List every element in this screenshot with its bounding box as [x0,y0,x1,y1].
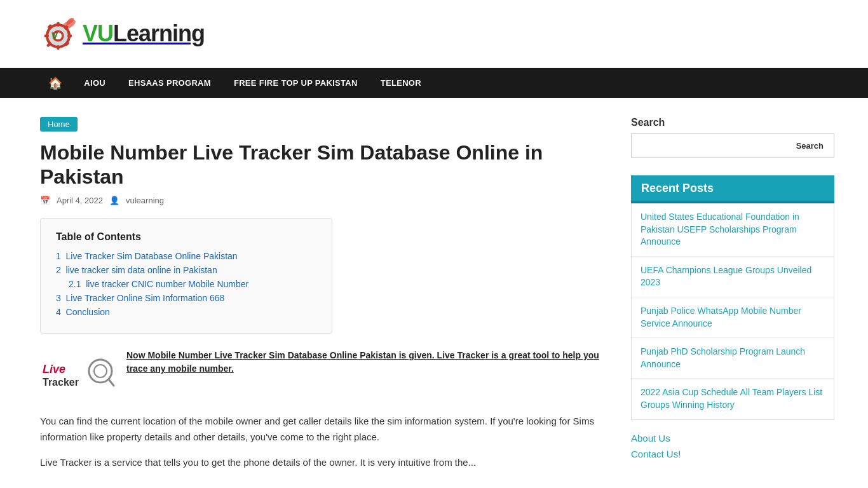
svg-text:Tracker: Tracker [43,377,79,388]
article-para-2: Live Tracker is a service that tells you… [40,454,606,471]
live-tracker-image: Live Tracker [40,349,116,402]
recent-post-link-1[interactable]: United States Educational Foundation in … [641,212,799,247]
about-us-link[interactable]: About Us [631,433,834,444]
article-image-caption: Now Mobile Number Live Tracker Sim Datab… [126,349,606,376]
article-meta: 📅 April 4, 2022 👤 vulearning [40,196,606,205]
toc-item-3: 3 Live Tracker Online Sim Information 66… [56,292,316,303]
search-button[interactable]: Search [786,133,834,158]
svg-rect-9 [67,34,72,37]
main-nav: 🏠 AIOU EHSAAS PROGRAM FREE FIRE TOP UP P… [0,68,868,98]
search-input[interactable] [631,133,786,158]
svg-point-18 [94,365,107,377]
toc-link-2-1[interactable]: 2.1 live tracker CNIC number Mobile Numb… [69,279,248,289]
toc-link-1[interactable]: 1 Live Tracker Sim Database Online Pakis… [56,251,238,261]
toc-list: 1 Live Tracker Sim Database Online Pakis… [56,250,316,317]
table-of-contents: Table of Contents 1 Live Tracker Sim Dat… [40,218,332,334]
list-item: Punjab Police WhatsApp Mobile Number Ser… [632,297,834,338]
search-label: Search [631,117,834,128]
sidebar-search-widget: Search Search [631,117,834,158]
toc-item-2: 2 live tracker sim data online in Pakist… [56,264,316,275]
user-icon: 👤 [109,196,119,205]
toc-link-4[interactable]: 4 Conclusion [56,307,110,317]
toc-item-2-1: 2.1 live tracker CNIC number Mobile Numb… [69,278,316,289]
nav-ehsaas[interactable]: EHSAAS PROGRAM [117,68,222,98]
sidebar: Search Search Recent Posts United States… [631,117,834,479]
svg-rect-6 [57,22,59,27]
toc-link-3[interactable]: 3 Live Tracker Online Sim Information 66… [56,293,224,303]
recent-posts-title: Recent Posts [631,175,834,203]
toc-item-1: 1 Live Tracker Sim Database Online Pakis… [56,250,316,261]
nav-aiou[interactable]: AIOU [72,68,117,98]
article-image-row: Live Tracker Now Mobile Number Live Trac… [40,349,606,402]
svg-line-19 [109,379,114,386]
recent-posts-widget: Recent Posts United States Educational F… [631,175,834,420]
nav-telenor[interactable]: TELENOR [369,68,433,98]
nav-freefire[interactable]: FREE FIRE TOP UP PAKISTAN [222,68,369,98]
contact-us-link[interactable]: Contact Us! [631,449,834,459]
recent-post-link-3[interactable]: Punjab Police WhatsApp Mobile Number Ser… [641,306,801,329]
toc-link-2[interactable]: 2 live tracker sim data online in Pakist… [56,265,217,275]
toc-item-4: 4 Conclusion [56,306,316,317]
toc-title: Table of Contents [56,231,316,243]
logo: V VULearning [38,11,205,56]
article-para-1: You can find the current location of the… [40,413,606,445]
recent-post-link-4[interactable]: Punjab PhD Scholarship Program Launch An… [641,346,805,369]
recent-post-link-2[interactable]: UEFA Champions League Groups Unveiled 20… [641,265,811,288]
logo-text: VULearning [83,20,205,47]
list-item: Punjab PhD Scholarship Program Launch An… [632,338,834,379]
article-body: You can find the current location of the… [40,413,606,471]
svg-text:Live: Live [43,363,65,376]
recent-post-link-5[interactable]: 2022 Asia Cup Schedule All Team Players … [641,387,822,410]
svg-rect-8 [44,34,49,37]
breadcrumb[interactable]: Home [40,117,78,132]
article-author: vulearning [126,196,164,205]
logo-gear-icon: V [38,11,83,56]
recent-posts-list: United States Educational Foundation in … [631,203,834,420]
article-date: April 4, 2022 [57,196,103,205]
site-header: V VULearning [0,0,868,68]
main-layout: Home Mobile Number Live Tracker Sim Data… [15,98,853,488]
nav-home[interactable]: 🏠 [38,69,72,98]
content-area: Home Mobile Number Live Tracker Sim Data… [40,117,606,479]
svg-rect-7 [57,45,59,50]
article-title: Mobile Number Live Tracker Sim Database … [40,140,606,189]
search-row: Search [631,133,834,158]
logo-link[interactable]: V VULearning [38,11,205,56]
sidebar-footer-links: About Us Contact Us! [631,433,834,459]
list-item: 2022 Asia Cup Schedule All Team Players … [632,379,834,419]
list-item: United States Educational Foundation in … [632,203,834,257]
svg-text:V: V [51,30,58,41]
calendar-icon: 📅 [40,196,50,205]
list-item: UEFA Champions League Groups Unveiled 20… [632,257,834,297]
